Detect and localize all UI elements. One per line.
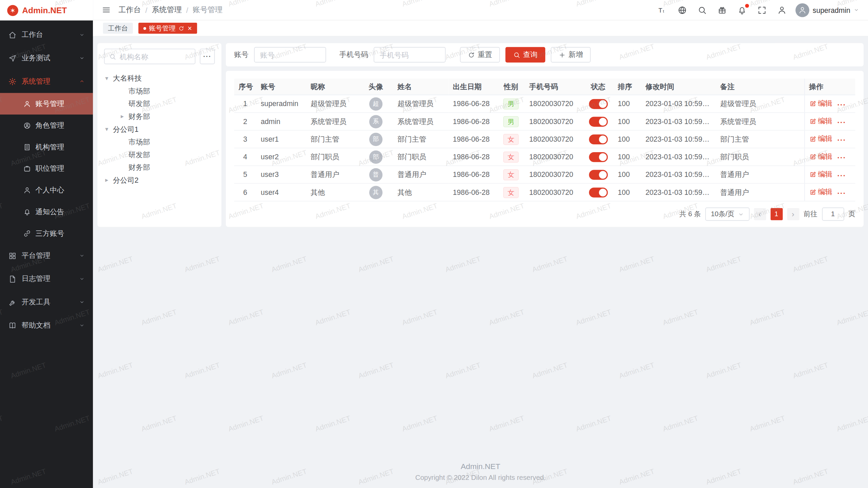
tree-node[interactable]: 市场部 <box>104 85 215 98</box>
sidebar-item[interactable]: 业务测试 <box>0 46 93 70</box>
edit-icon <box>809 171 816 178</box>
theme-button[interactable] <box>717 5 727 15</box>
edit-button[interactable]: 编辑 <box>809 134 832 144</box>
time-cell: 2023-01-03 10:59:44 <box>641 166 716 183</box>
send-icon <box>8 54 16 62</box>
more-icon[interactable]: ··· <box>837 101 846 109</box>
page-size-select[interactable]: 10条/页 <box>705 207 749 221</box>
status-toggle[interactable] <box>589 169 608 179</box>
tree-node-label: 大名科技 <box>113 73 142 83</box>
tree-node[interactable]: 研发部 <box>104 148 215 161</box>
tab-item[interactable]: 工作台 <box>103 23 133 34</box>
bell-button[interactable] <box>737 5 747 15</box>
more-icon[interactable]: ··· <box>837 189 846 197</box>
logo[interactable]: ✶ Admin.NET <box>0 0 93 20</box>
sidebar-item[interactable]: 日志管理 <box>0 267 93 291</box>
tab-active[interactable]: 账号管理× <box>138 23 197 34</box>
caret-down-icon[interactable]: ▾ <box>105 126 113 133</box>
gender-cell: 男 <box>497 113 525 130</box>
account-input[interactable] <box>254 47 326 63</box>
edit-button[interactable]: 编辑 <box>809 152 832 162</box>
edit-icon <box>809 100 816 107</box>
sidebar-subitem[interactable]: 三方账号 <box>0 222 93 244</box>
avatar-badge: 系 <box>369 115 382 128</box>
sidebar-subitem[interactable]: 机构管理 <box>0 136 93 158</box>
sidebar-subitem[interactable]: 角色管理 <box>0 115 93 136</box>
status-toggle[interactable] <box>589 152 608 162</box>
sidebar-item-label: 日志管理 <box>22 274 74 284</box>
font-size-button[interactable]: Tt <box>658 5 667 15</box>
sidebar-item-label: 工作台 <box>22 30 74 40</box>
tree-node[interactable]: 研发部 <box>104 97 215 110</box>
breadcrumb-item[interactable]: 系统管理 <box>152 5 182 15</box>
search-button[interactable]: 查询 <box>506 47 546 63</box>
add-button[interactable]: 新增 <box>551 47 591 63</box>
breadcrumb-item[interactable]: 账号管理 <box>193 5 222 15</box>
sidebar-subitem[interactable]: 账号管理 <box>0 93 93 115</box>
status-toggle[interactable] <box>589 117 608 126</box>
user-menu[interactable]: superadmin <box>795 3 859 17</box>
tree-node[interactable]: ▸财务部 <box>104 110 215 123</box>
time-cell: 2023-01-03 10:59:44 <box>641 95 716 113</box>
caret-down-icon[interactable]: ▾ <box>105 75 113 82</box>
caret-right-icon[interactable]: ▸ <box>121 113 129 120</box>
op-cell: 编辑··· <box>804 113 855 130</box>
phone-input[interactable] <box>374 47 446 63</box>
index-cell: 6 <box>234 183 256 201</box>
breadcrumb-item[interactable]: 工作台 <box>118 5 141 15</box>
status-toggle[interactable] <box>589 187 608 197</box>
org-search-input[interactable] <box>105 52 195 60</box>
close-icon[interactable]: × <box>188 25 192 32</box>
reset-button[interactable]: 重置 <box>460 47 500 63</box>
goto-page-input[interactable] <box>822 207 844 221</box>
prev-page-button[interactable]: ‹ <box>754 208 766 220</box>
table-row: 2admin系统管理员系系统管理员1986-06-28男180200307201… <box>234 113 855 130</box>
gender-tag: 女 <box>503 187 519 198</box>
sidebar-item[interactable]: 平台管理 <box>0 244 93 267</box>
sidebar-item[interactable]: 工作台 <box>0 23 93 47</box>
more-icon[interactable]: ··· <box>837 171 846 180</box>
sidebar-submenu: 账号管理角色管理机构管理职位管理个人中心通知公告三方账号 <box>0 93 93 244</box>
tree-node[interactable]: ▾分公司1 <box>104 123 215 136</box>
sort-cell: 100 <box>613 166 641 183</box>
globe-button[interactable] <box>677 5 687 15</box>
more-icon[interactable]: ··· <box>837 136 846 144</box>
tree-node[interactable]: 市场部 <box>104 136 215 148</box>
sidebar-item[interactable]: 开发工具 <box>0 290 93 314</box>
more-icon[interactable]: ··· <box>837 154 846 162</box>
notification-badge <box>745 4 749 7</box>
sidebar-subitem[interactable]: 职位管理 <box>0 158 93 179</box>
breadcrumb-separator: / <box>186 6 188 14</box>
edit-button[interactable]: 编辑 <box>809 169 832 179</box>
account-cell: admin <box>256 113 306 130</box>
tree-node[interactable]: ▾大名科技 <box>104 72 215 85</box>
sidebar-subitem[interactable]: 通知公告 <box>0 201 93 223</box>
tree-node[interactable]: ▸分公司2 <box>104 174 215 187</box>
caret-right-icon[interactable]: ▸ <box>105 177 113 184</box>
edit-button[interactable]: 编辑 <box>809 99 832 108</box>
sidebar-item[interactable]: 系统管理 <box>0 70 93 93</box>
org-tree: ▾大名科技市场部研发部▸财务部▾分公司1市场部研发部财务部▸分公司2 <box>104 72 215 186</box>
account-cell: user1 <box>256 130 306 148</box>
hamburger-icon[interactable] <box>102 5 111 14</box>
op-cell: 编辑··· <box>804 148 855 166</box>
sidebar-item[interactable]: 帮助文档 <box>0 314 93 337</box>
edit-button[interactable]: 编辑 <box>809 187 832 197</box>
edit-button[interactable]: 编辑 <box>809 116 832 126</box>
edit-label: 编辑 <box>818 169 832 179</box>
search-button[interactable] <box>697 5 707 15</box>
org-more-button[interactable]: ··· <box>200 49 215 64</box>
status-toggle[interactable] <box>589 99 608 108</box>
current-page[interactable]: 1 <box>770 208 783 220</box>
sidebar-subitem[interactable]: 个人中心 <box>0 179 93 201</box>
user-button[interactable] <box>777 5 787 15</box>
more-icon[interactable]: ··· <box>837 118 846 126</box>
column-account: 账号 <box>256 79 306 95</box>
breadcrumb-separator: / <box>145 6 147 14</box>
fullscreen-button[interactable] <box>757 5 767 15</box>
status-toggle[interactable] <box>589 134 608 144</box>
tree-node[interactable]: 财务部 <box>104 161 215 174</box>
next-page-button[interactable]: › <box>787 208 799 220</box>
column-index: 序号 <box>234 79 256 95</box>
status-cell <box>583 130 613 148</box>
